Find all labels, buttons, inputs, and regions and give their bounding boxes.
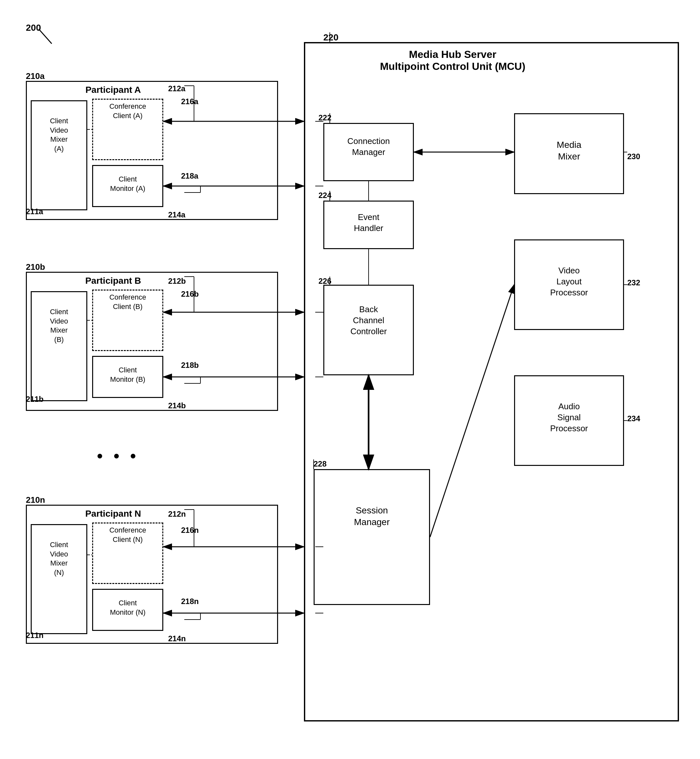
video-layout-label: VideoLayoutProcessor [516, 265, 622, 298]
monitor-a-label: ClientMonitor (A) [92, 175, 163, 193]
mixer-b-label: ClientVideoMixer(B) [31, 307, 87, 344]
ref-216b: 216b [181, 290, 199, 299]
ref-222: 222 [319, 113, 331, 122]
diagram: 200 220 Media Hub Server Multipoint Cont… [0, 0, 700, 759]
dots: • • • [97, 446, 139, 465]
event-handler-label: EventHandler [325, 212, 412, 234]
ref-216a: 216a [181, 97, 198, 106]
participant-b-title: Participant B [65, 275, 162, 286]
ref-211b: 211b [26, 395, 44, 404]
ref-210a: 210a [26, 71, 45, 81]
session-manager-box [314, 469, 430, 605]
ref-228: 228 [314, 459, 327, 468]
mixer-n-label: ClientVideoMixer(N) [31, 540, 87, 577]
ref-212b: 212b [168, 277, 186, 286]
ref-210n: 210n [26, 495, 45, 505]
diagram-ref-200: 200 [26, 23, 41, 33]
audio-signal-label: AudioSignalProcessor [516, 401, 622, 434]
conf-client-n-label: ConferenceClient (N) [92, 526, 163, 544]
ref-211n: 211n [26, 631, 44, 640]
mcu-title: Media Hub Server Multipoint Control Unit… [339, 49, 566, 72]
mixer-a-label: ClientVideoMixer(A) [31, 116, 87, 153]
ref-232: 232 [627, 278, 640, 287]
back-channel-label: BackChannelController [325, 304, 412, 337]
media-mixer-label: MediaMixer [516, 139, 622, 163]
monitor-n-label: ClientMonitor (N) [92, 599, 163, 617]
monitor-b-label: ClientMonitor (B) [92, 366, 163, 384]
ref-210b: 210b [26, 262, 45, 272]
ref-214n: 214n [168, 634, 186, 643]
ref-224: 224 [319, 191, 331, 200]
ref-211a: 211a [26, 207, 43, 216]
ref-226: 226 [319, 277, 331, 286]
ref-212a: 212a [168, 84, 185, 93]
ref-212n: 212n [168, 510, 186, 519]
conf-client-b-label: ConferenceClient (B) [92, 293, 163, 311]
ref-218b: 218b [181, 361, 199, 370]
session-manager-label: SessionManager [315, 505, 428, 528]
ref-214b: 214b [168, 401, 186, 410]
connection-manager-label: ConnectionManager [325, 136, 412, 158]
participant-n-title: Participant N [65, 508, 162, 520]
ref-234: 234 [627, 414, 640, 423]
ref-214a: 214a [168, 210, 185, 219]
mcu-ref-220: 220 [323, 32, 339, 43]
ref-230: 230 [627, 152, 640, 161]
ref-218n: 218n [181, 597, 199, 606]
participant-a-title: Participant A [65, 84, 162, 96]
ref-216n: 216n [181, 526, 199, 535]
ref-218a: 218a [181, 172, 198, 180]
conf-client-a-label: ConferenceClient (A) [92, 102, 163, 121]
